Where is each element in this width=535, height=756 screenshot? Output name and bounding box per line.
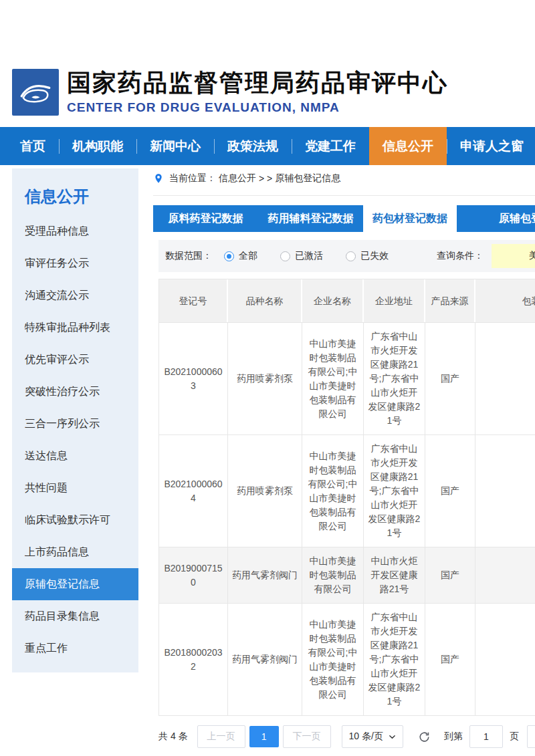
pagination: 共 4 条 上一页 1 下一页 10 条/页 到第 页 确定 <box>158 725 535 748</box>
breadcrumb-label: 当前位置： <box>169 172 216 184</box>
site-header: 国家药品监督管理局药品审评中心 CENTER FOR DRUG EVALUATI… <box>12 69 448 116</box>
scope-label: 数据范围： <box>165 250 212 262</box>
breadcrumb-section[interactable]: 信息公开 <box>219 172 256 184</box>
nav-item-applicant-window[interactable]: 申请人之窗 <box>447 127 535 165</box>
tab-raw-material-data[interactable]: 原料药登记数据 <box>153 205 258 232</box>
cell-address: 广东省中山市火炬开发区健康路21号;广东省中山市火炬开发区健康路21号 <box>364 604 425 715</box>
tab-raw-excipient-packaging[interactable]: 原辅包登记 <box>457 205 535 232</box>
cell-origin: 国产 <box>425 435 475 547</box>
refresh-icon[interactable] <box>418 731 431 743</box>
cell-company: 中山市美捷时包装制品有限公司 <box>302 547 364 603</box>
registration-table: 登记号 品种名称 企业名称 企业地址 产品来源 包装 B20210000603 … <box>158 279 535 716</box>
nav-item-info-disclosure[interactable]: 信息公开 <box>369 127 447 165</box>
cde-swan-icon <box>16 73 55 112</box>
sidebar-item-common-issues[interactable]: 共性问题 <box>12 472 138 504</box>
sidebar-item-special-approval[interactable]: 特殊审批品种列表 <box>12 311 138 344</box>
table-row: B20210000603 药用喷雾剂泵 中山市美捷时包装制品有限公司;中山市美捷… <box>159 323 535 435</box>
page-number-button[interactable]: 1 <box>249 726 279 747</box>
cell-company: 中山市美捷时包装制品有限公司;中山市美捷时包装制品有限公司 <box>302 604 364 715</box>
table-header-row: 登记号 品种名称 企业名称 企业地址 产品来源 包装 <box>159 279 535 323</box>
sidebar-item-priority-review[interactable]: 优先审评公示 <box>12 344 138 376</box>
sidebar-item-marketed-drugs[interactable]: 上市药品信息 <box>12 536 138 568</box>
col-header-address: 企业地址 <box>364 279 425 322</box>
top-nav: 首页 机构职能 新闻中心 政策法规 党建工作 信息公开 申请人之窗 <box>0 127 535 165</box>
table-row: B20190007150 药用气雾剂阀门 中山市美捷时包装制品有限公司 中山市火… <box>159 547 535 604</box>
cell-address: 广东省中山市火炬开发区健康路21号;广东省中山市火炬开发区健康路21号 <box>364 435 425 547</box>
cell-packaging <box>475 547 535 603</box>
confirm-button[interactable]: 确定 <box>527 725 535 748</box>
table-row: B20180002032 药用气雾剂阀门 中山市美捷时包装制品有限公司;中山市美… <box>159 604 535 716</box>
col-header-company: 企业名称 <box>302 279 364 322</box>
data-tabs: 原料药登记数据 药用辅料登记数据 药包材登记数据 原辅包登记 <box>153 205 535 232</box>
sidebar-item-breakthrough-therapy[interactable]: 突破性治疗公示 <box>12 376 138 408</box>
sidebar-item-accepted-varieties[interactable]: 受理品种信息 <box>12 215 138 247</box>
breadcrumb: 当前位置： 信息公开 > > 原辅包登记信息 <box>153 172 535 196</box>
query-input[interactable] <box>492 244 535 268</box>
sidebar-item-review-tasks[interactable]: 审评任务公示 <box>12 247 138 279</box>
next-page-button[interactable]: 下一页 <box>283 725 331 748</box>
nav-item-functions[interactable]: 机构职能 <box>59 127 136 165</box>
cell-origin: 国产 <box>425 323 475 434</box>
site-titles: 国家药品监督管理局药品审评中心 CENTER FOR DRUG EVALUATI… <box>67 70 448 115</box>
cell-reg-no: B20190007150 <box>159 547 228 603</box>
nav-item-policy[interactable]: 政策法规 <box>214 127 292 165</box>
radio-icon[interactable] <box>280 251 290 261</box>
cell-name: 药用喷雾剂泵 <box>228 435 302 547</box>
col-header-reg-no: 登记号 <box>159 279 228 322</box>
cell-name: 药用气雾剂阀门 <box>228 604 302 715</box>
radio-label-activated: 已激活 <box>295 250 323 262</box>
cell-reg-no: B20180002032 <box>159 604 228 715</box>
tab-excipient-data[interactable]: 药用辅料登记数据 <box>258 205 363 232</box>
page-size-value: 10 条/页 <box>349 731 383 743</box>
cell-origin: 国产 <box>425 547 475 603</box>
goto-page-suffix: 页 <box>510 731 519 743</box>
radio-option-all[interactable]: 全部 <box>224 250 257 262</box>
nav-item-home[interactable]: 首页 <box>7 127 59 165</box>
radio-icon[interactable] <box>346 251 356 261</box>
goto-page-input[interactable] <box>469 725 503 748</box>
site-title-cn: 国家药品监督管理局药品审评中心 <box>67 70 448 96</box>
radio-label-expired: 已失效 <box>360 250 389 262</box>
radio-option-expired[interactable]: 已失效 <box>346 250 389 262</box>
radio-label-all: 全部 <box>239 250 257 262</box>
nav-item-news[interactable]: 新闻中心 <box>136 127 214 165</box>
sidebar-item-communication[interactable]: 沟通交流公示 <box>12 279 138 311</box>
page-size-select[interactable]: 10 条/页 <box>342 725 403 748</box>
cde-logo <box>12 69 59 116</box>
goto-page-label: 到第 <box>444 731 463 743</box>
cell-company: 中山市美捷时包装制品有限公司;中山市美捷时包装制品有限公司 <box>302 323 364 434</box>
sidebar-title: 信息公开 <box>12 186 138 207</box>
cell-name: 药用喷雾剂泵 <box>228 323 302 434</box>
sidebar-item-three-in-one[interactable]: 三合一序列公示 <box>12 408 138 440</box>
nav-item-party[interactable]: 党建工作 <box>292 127 369 165</box>
breadcrumb-page: 原辅包登记信息 <box>275 172 340 184</box>
sidebar-item-drug-catalog[interactable]: 药品目录集信息 <box>12 600 138 632</box>
col-header-origin: 产品来源 <box>425 279 475 322</box>
sidebar-item-clinical-trial-implied[interactable]: 临床试验默示许可 <box>12 504 138 536</box>
cell-origin: 国产 <box>425 604 475 715</box>
main-content: 当前位置： 信息公开 > > 原辅包登记信息 原料药登记数据 药用辅料登记数据 … <box>153 172 535 748</box>
chevron-down-icon <box>389 733 396 741</box>
cell-reg-no: B20210000603 <box>159 323 228 434</box>
sidebar: 信息公开 受理品种信息 审评任务公示 沟通交流公示 特殊审批品种列表 优先审评公… <box>12 168 138 672</box>
tab-packaging-material-data[interactable]: 药包材登记数据 <box>363 205 457 232</box>
sidebar-item-raw-excipient-packaging[interactable]: 原辅包登记信息 <box>12 568 138 600</box>
location-pin-icon <box>153 173 164 184</box>
sidebar-item-key-work[interactable]: 重点工作 <box>12 632 138 664</box>
cell-company: 中山市美捷时包装制品有限公司;中山市美捷时包装制品有限公司 <box>302 435 364 547</box>
cell-packaging <box>475 435 535 547</box>
site-title-en: CENTER FOR DRUG EVALUATION, NMPA <box>67 100 448 115</box>
filter-bar: 数据范围： 全部 已激活 已失效 查询条件： <box>158 240 535 272</box>
cell-reg-no: B20210000604 <box>159 435 228 547</box>
cell-packaging <box>475 323 535 434</box>
cell-address: 广东省中山市火炬开发区健康路21号;广东省中山市火炬开发区健康路21号 <box>364 323 425 434</box>
cell-name: 药用气雾剂阀门 <box>228 547 302 603</box>
cell-packaging <box>475 604 535 715</box>
cell-address: 中山市火炬开发区健康路21号 <box>364 547 425 603</box>
radio-option-activated[interactable]: 已激活 <box>280 250 323 262</box>
radio-icon-selected[interactable] <box>224 251 234 261</box>
query-label: 查询条件： <box>437 250 484 262</box>
sidebar-item-delivery-info[interactable]: 送达信息 <box>12 440 138 472</box>
prev-page-button[interactable]: 上一页 <box>197 725 245 748</box>
col-header-name: 品种名称 <box>228 279 302 322</box>
